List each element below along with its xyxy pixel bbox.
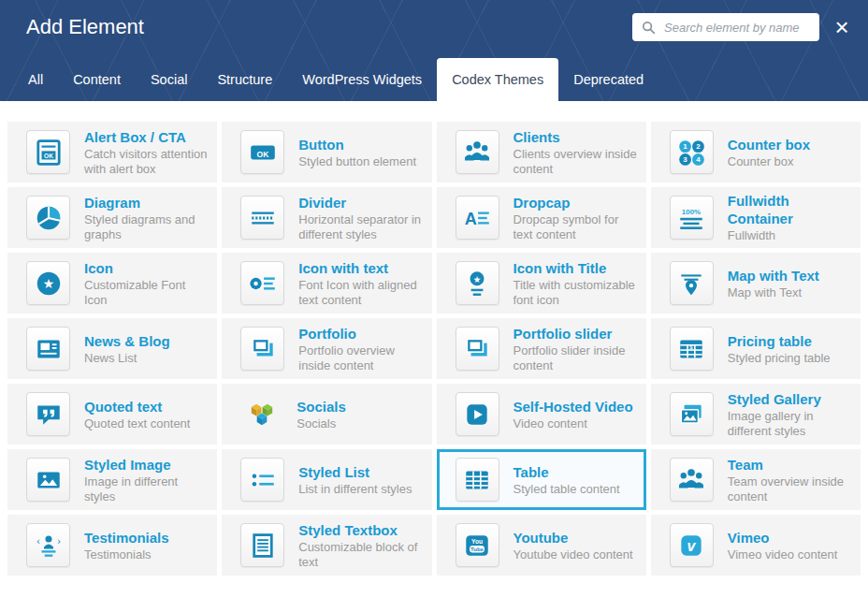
element-card-testimonials[interactable]: ‹›TestimonialsTestimonials: [7, 515, 217, 576]
element-title: Clients: [514, 128, 641, 146]
youtube-logo-icon: You Tube: [456, 523, 499, 567]
svg-text:You: You: [471, 537, 483, 544]
element-title: Icon with text: [298, 259, 426, 277]
element-description: Youtube video content: [514, 547, 633, 562]
element-description: Fullwidth: [728, 228, 855, 243]
svg-text:OK: OK: [256, 149, 269, 158]
element-description: Team overview inside content: [728, 474, 855, 504]
element-card-styled-textbox[interactable]: Styled TextboxCustomizable block of text: [222, 515, 431, 576]
element-title: Styled Image: [84, 456, 211, 474]
element-card-icon-with-title[interactable]: ★ Icon with TitleTitle with customizable…: [437, 253, 646, 314]
svg-text:3: 3: [684, 155, 688, 164]
textbox-document-icon: [240, 523, 284, 567]
element-card-text: TeamTeam overview inside content: [728, 456, 861, 504]
element-card-fullwidth-container[interactable]: 100% Fullwidth ContainerFullwidth: [651, 187, 861, 248]
element-card-news-blog[interactable]: News & BlogNews List: [7, 318, 217, 379]
element-card-text: PortfolioPortfolio overview inside conte…: [298, 325, 431, 373]
element-card-text: IconCustomizable Font Icon: [84, 259, 217, 308]
tab-codex-themes[interactable]: Codex Themes: [437, 58, 558, 101]
element-card-socials[interactable]: SocialsSocials: [222, 384, 431, 445]
element-description: Video content: [514, 416, 633, 431]
element-card-text: Styled ImageImage in different styles: [84, 456, 217, 504]
element-description: Clients overview inside content: [514, 147, 641, 177]
svg-text:A: A: [465, 209, 477, 227]
element-card-text: DiagramStyled diagrams and graphs: [84, 194, 217, 242]
element-title: News & Blog: [84, 332, 170, 350]
element-card-youtube[interactable]: You TubeYoutubeYoutube video content: [437, 515, 646, 576]
element-card-portfolio[interactable]: PortfolioPortfolio overview inside conte…: [222, 318, 431, 379]
element-title: Table: [514, 463, 620, 481]
element-description: Image in different styles: [84, 474, 211, 504]
element-title: Portfolio slider: [514, 325, 641, 343]
element-description: Title with customizable font icon: [514, 278, 641, 308]
element-title: Team: [728, 456, 855, 474]
svg-text:★: ★: [42, 276, 53, 291]
element-card-team[interactable]: TeamTeam overview inside content: [651, 449, 861, 510]
element-description: Counter box: [728, 154, 810, 169]
search-input[interactable]: [662, 20, 810, 36]
element-title: Fullwidth Container: [728, 192, 855, 227]
stacked-frames-icon: [456, 327, 499, 371]
element-description: Horizontal separator in different styles: [298, 212, 426, 242]
element-card-self-hosted-video[interactable]: Self-Hosted VideoVideo content: [437, 384, 646, 445]
stacked-frames-icon: [240, 327, 284, 371]
element-card-styled-image[interactable]: Styled ImageImage in different styles: [7, 449, 217, 510]
element-card-clients[interactable]: ClientsClients overview inside content: [437, 122, 646, 182]
element-card-button[interactable]: OKButtonStyled button element: [222, 122, 431, 182]
element-card-text: TableStyled table content: [514, 463, 626, 497]
svg-text:★: ★: [473, 273, 482, 284]
close-icon[interactable]: ×: [827, 12, 857, 42]
element-card-table[interactable]: TableStyled table content: [437, 449, 646, 510]
tab-content[interactable]: Content: [58, 58, 136, 101]
element-title: Styled Gallery: [728, 390, 855, 408]
svg-text:1: 1: [684, 142, 688, 151]
element-card-icon-with-text[interactable]: Icon with textFont Icon with aligned tex…: [222, 253, 431, 314]
socials-cubes-icon: [240, 393, 282, 435]
element-title: Divider: [298, 194, 426, 211]
search-box: [632, 13, 819, 41]
element-card-dropcap[interactable]: A DropcapDropcap symbol for text content: [437, 187, 646, 248]
element-card-quoted-text[interactable]: Quoted textQuoted text content: [7, 384, 217, 445]
element-card-icon[interactable]: ★IconCustomizable Font Icon: [7, 253, 217, 314]
element-card-styled-gallery[interactable]: Styled GalleryImage gallery in different…: [651, 384, 861, 445]
element-title: Counter box: [728, 136, 810, 153]
element-card-text: Styled TextboxCustomizable block of text: [298, 521, 431, 570]
search-icon: [642, 21, 656, 35]
element-title: Self-Hosted Video: [514, 398, 633, 416]
element-description: Testimonials: [84, 547, 169, 562]
tab-social[interactable]: Social: [136, 58, 203, 101]
button-ok-icon: OK: [240, 130, 284, 174]
element-card-text: VimeoVimeo video content: [728, 529, 844, 562]
element-description: Quoted text content: [84, 416, 190, 431]
svg-text:2: 2: [696, 142, 701, 151]
element-card-counter-box[interactable]: 1234Counter boxCounter box: [651, 122, 861, 182]
element-card-map-with-text[interactable]: Map with TextMap with Text: [651, 253, 861, 314]
tab-all[interactable]: All: [13, 58, 58, 101]
element-card-diagram[interactable]: DiagramStyled diagrams and graphs: [7, 187, 217, 248]
element-card-text: Self-Hosted VideoVideo content: [514, 398, 639, 431]
team-group-icon: [670, 458, 714, 502]
element-description: Socials: [297, 416, 346, 431]
tab-deprecated[interactable]: Deprecated: [558, 58, 658, 101]
element-description: Styled pricing table: [728, 351, 831, 366]
element-card-portfolio-slider[interactable]: Portfolio sliderPortfolio slider inside …: [437, 318, 646, 379]
element-description: Styled table content: [514, 482, 620, 497]
element-card-pricing-table[interactable]: $Pricing tableStyled pricing table: [651, 318, 861, 379]
table-grid-icon: [456, 458, 499, 502]
tab-wordpress-widgets[interactable]: WordPress Widgets: [287, 58, 437, 101]
element-card-styled-list[interactable]: Styled ListList in different styles: [222, 449, 431, 510]
play-button-icon: [456, 392, 499, 436]
element-card-alert-box-cta[interactable]: OKAlert Box / CTACatch visitors attentio…: [7, 122, 217, 182]
element-card-text: News & BlogNews List: [84, 332, 176, 366]
element-card-divider[interactable]: DividerHorizontal separator in different…: [222, 187, 431, 248]
alert-box-icon: OK: [26, 130, 70, 174]
element-description: Dropcap symbol for text content: [514, 212, 641, 242]
counter-numbers-icon: 1234: [670, 130, 714, 174]
tab-structure[interactable]: Structure: [202, 58, 287, 101]
element-card-text: Styled ListList in different styles: [298, 463, 417, 497]
element-card-text: ButtonStyled button element: [298, 136, 422, 169]
gallery-photos-icon: [670, 392, 714, 436]
element-card-text: Portfolio sliderPortfolio slider inside …: [514, 325, 646, 373]
element-card-vimeo[interactable]: vVimeoVimeo video content: [651, 515, 861, 576]
icon-with-text-icon: [240, 261, 284, 305]
